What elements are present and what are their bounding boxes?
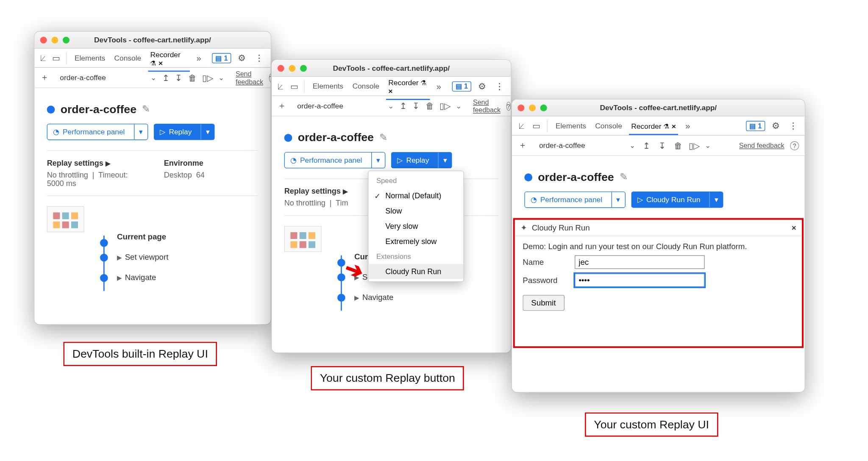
submit-button[interactable]: Submit	[523, 295, 564, 311]
step-navigate[interactable]: ▶Navigate	[100, 267, 258, 288]
delete-icon[interactable]: 🗑	[426, 101, 434, 111]
export-icon[interactable]: ↥	[162, 72, 170, 83]
send-feedback-link[interactable]: Send feedback	[473, 98, 501, 114]
kebab-menu-icon[interactable]: ⋮	[253, 53, 266, 63]
step-play-icon[interactable]: ▯▷	[689, 140, 699, 150]
speed-veryslow-item[interactable]: Very slow	[368, 219, 463, 234]
edit-icon[interactable]: ✎	[620, 171, 628, 183]
device-icon[interactable]: ▭	[52, 53, 61, 63]
close-window-icon[interactable]	[40, 36, 47, 43]
close-tab-icon[interactable]: ×	[159, 58, 163, 67]
speed-normal-item[interactable]: Normal (Default)	[368, 188, 463, 203]
send-feedback-link[interactable]: Send feedback	[236, 70, 263, 86]
password-input[interactable]	[575, 273, 705, 287]
issues-badge[interactable]: ▤ 1	[746, 121, 765, 131]
maximize-window-icon[interactable]	[300, 65, 307, 72]
export-icon[interactable]: ↥	[641, 140, 651, 150]
minimize-window-icon[interactable]	[289, 65, 295, 72]
password-label: Password	[523, 276, 567, 285]
tab-recorder[interactable]: Recorder ⚗ ×	[148, 47, 190, 72]
send-feedback-link[interactable]: Send feedback	[739, 142, 785, 150]
help-icon[interactable]: ?	[790, 141, 799, 150]
tab-recorder[interactable]: Recorder ⚗ ×	[629, 119, 678, 135]
perf-dropdown-icon[interactable]: ▾	[611, 192, 625, 207]
page-thumbnail	[284, 226, 322, 252]
caption-2: Your custom Replay button	[311, 366, 464, 390]
replay-dropdown-icon[interactable]: ▾	[709, 192, 723, 207]
replay-settings-header[interactable]: Replay settings▶	[47, 159, 142, 167]
help-icon[interactable]: ?	[506, 101, 511, 110]
edit-icon[interactable]: ✎	[142, 103, 150, 115]
more-tabs-icon[interactable]: »	[683, 121, 693, 131]
add-icon[interactable]: ＋	[517, 140, 528, 151]
chevron-down-icon[interactable]: ⌄	[218, 73, 225, 82]
kebab-menu-icon[interactable]: ⋮	[493, 81, 506, 92]
delete-icon[interactable]: 🗑	[673, 141, 683, 150]
export-icon[interactable]: ↥	[400, 101, 407, 111]
perf-dropdown-icon[interactable]: ▾	[134, 124, 147, 139]
import-icon[interactable]: ↧	[175, 72, 182, 83]
caption-1: DevTools built-in Replay UI	[63, 342, 217, 366]
replay-settings-header[interactable]: Replay settings▶	[284, 187, 380, 195]
close-window-icon[interactable]	[278, 65, 284, 72]
name-label: Name	[523, 258, 567, 267]
step-play-icon[interactable]: ▯▷	[202, 72, 212, 83]
settings-icon[interactable]: ⚙	[770, 120, 782, 131]
close-window-icon[interactable]	[517, 104, 524, 111]
device-icon[interactable]: ▭	[290, 81, 299, 91]
more-tabs-icon[interactable]: »	[434, 81, 443, 91]
perf-dropdown-icon[interactable]: ▾	[371, 153, 385, 168]
delete-icon[interactable]: 🗑	[188, 73, 197, 83]
speed-extreme-item[interactable]: Extremely slow	[368, 234, 463, 249]
issues-badge[interactable]: ▤ 1	[452, 81, 471, 91]
step-current-page[interactable]: Current page	[100, 232, 258, 247]
speed-slow-item[interactable]: Slow	[368, 203, 463, 219]
add-icon[interactable]: ＋	[278, 100, 286, 111]
settings-icon[interactable]: ⚙	[476, 81, 488, 92]
replay-button[interactable]: ▷Replay ▾	[153, 124, 215, 140]
replay-dropdown-icon[interactable]: ▾	[438, 153, 452, 168]
kebab-menu-icon[interactable]: ⋮	[787, 120, 800, 131]
tab-console[interactable]: Console	[593, 118, 624, 133]
flask-icon: ⚗	[150, 59, 156, 67]
step-navigate[interactable]: ▶Navigate	[337, 287, 498, 307]
maximize-window-icon[interactable]	[540, 104, 547, 111]
device-icon[interactable]: ▭	[531, 121, 541, 131]
add-icon[interactable]: ＋	[40, 72, 49, 83]
name-input[interactable]	[575, 255, 705, 269]
performance-panel-button[interactable]: ◔Performance panel ▾	[524, 192, 625, 208]
replay-button[interactable]: ▷Replay ▾	[391, 152, 452, 169]
settings-icon[interactable]: ⚙	[236, 53, 248, 63]
import-icon[interactable]: ↧	[412, 101, 420, 111]
edit-icon[interactable]: ✎	[379, 132, 387, 144]
issues-badge[interactable]: ▤ 1	[212, 53, 231, 63]
performance-panel-button[interactable]: ◔Performance panel ▾	[47, 124, 148, 140]
maximize-window-icon[interactable]	[63, 36, 70, 43]
recording-name-select[interactable]: order-a-coffee	[539, 141, 624, 150]
step-set-viewport[interactable]: ▶Set viewport	[100, 247, 258, 267]
replay-dropdown-icon[interactable]: ▾	[201, 124, 214, 139]
cloudy-run-button[interactable]: ▷Cloudy Run Run ▾	[631, 192, 723, 208]
tab-recorder[interactable]: Recorder ⚗ ×	[386, 75, 430, 100]
inspect-icon[interactable]: ⟀	[517, 121, 527, 131]
tab-console[interactable]: Console	[350, 78, 381, 94]
close-panel-icon[interactable]: ×	[792, 223, 796, 232]
step-play-icon[interactable]: ▯▷	[440, 101, 450, 111]
minimize-window-icon[interactable]	[529, 104, 536, 111]
close-tab-icon[interactable]: ×	[672, 122, 676, 131]
tab-elements[interactable]: Elements	[310, 78, 345, 94]
close-tab-icon[interactable]: ×	[388, 87, 392, 95]
import-icon[interactable]: ↧	[657, 140, 668, 150]
more-tabs-icon[interactable]: »	[195, 53, 203, 63]
tab-elements[interactable]: Elements	[72, 50, 108, 66]
tab-console[interactable]: Console	[112, 50, 143, 66]
recording-name-select[interactable]: order-a-coffee	[60, 73, 145, 82]
recording-name-select[interactable]: order-a-coffee	[297, 102, 382, 110]
inspect-icon[interactable]: ⟀	[39, 53, 47, 63]
performance-panel-button[interactable]: ◔Performance panel ▾	[284, 152, 385, 169]
extension-cloudy-item[interactable]: Cloudy Run Run	[368, 264, 463, 279]
inspect-icon[interactable]: ⟀	[276, 81, 285, 91]
chevron-down-icon[interactable]: ⌄	[150, 73, 157, 82]
tab-elements[interactable]: Elements	[553, 118, 588, 133]
minimize-window-icon[interactable]	[51, 36, 58, 43]
